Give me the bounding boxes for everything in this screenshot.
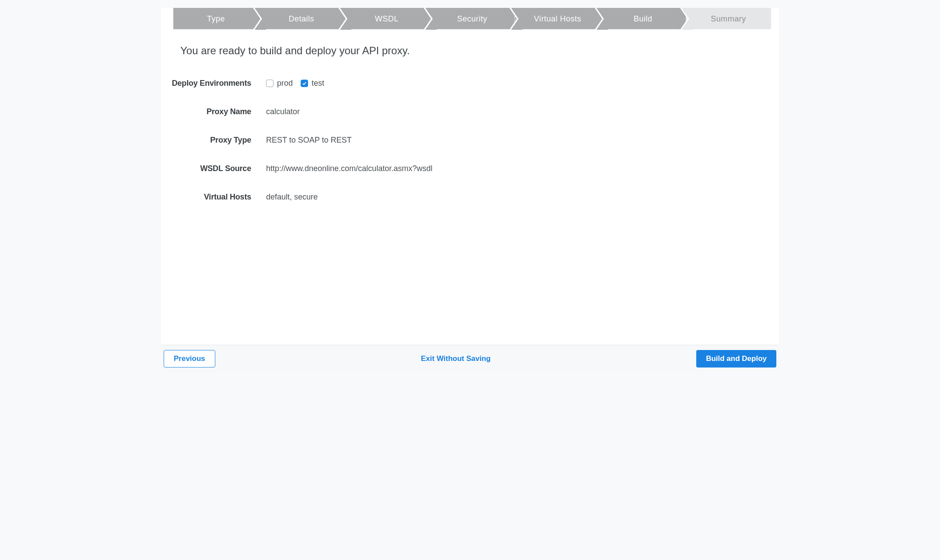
row-virtual-hosts: Virtual Hosts default, secure bbox=[161, 192, 779, 202]
step-label: Details bbox=[288, 14, 314, 24]
checkbox-test[interactable] bbox=[301, 80, 308, 87]
previous-button[interactable]: Previous bbox=[164, 350, 215, 368]
page-heading: You are ready to build and deploy your A… bbox=[161, 30, 779, 57]
proxy-name-value: calculator bbox=[266, 107, 300, 116]
env-test-label: test bbox=[312, 79, 324, 88]
step-security[interactable]: Security bbox=[429, 8, 515, 30]
summary-table: Deploy Environments prod test bbox=[161, 79, 779, 202]
wsdl-source-label: WSDL Source bbox=[161, 164, 266, 173]
step-label: Summary bbox=[711, 14, 746, 24]
step-build[interactable]: Build bbox=[600, 8, 686, 30]
virtual-hosts-label: Virtual Hosts bbox=[161, 192, 266, 202]
env-prod-label: prod bbox=[277, 79, 293, 88]
wsdl-source-value: http://www.dneonline.com/calculator.asmx… bbox=[266, 164, 432, 173]
step-label: Build bbox=[634, 14, 652, 24]
step-wsdl[interactable]: WSDL bbox=[344, 8, 429, 30]
proxy-type-value: REST to SOAP to REST bbox=[266, 136, 351, 145]
step-details[interactable]: Details bbox=[259, 8, 344, 30]
checkbox-prod[interactable] bbox=[266, 80, 274, 87]
row-wsdl-source: WSDL Source http://www.dneonline.com/cal… bbox=[161, 164, 779, 173]
virtual-hosts-value: default, secure bbox=[266, 192, 318, 202]
step-virtual-hosts[interactable]: Virtual Hosts bbox=[515, 8, 600, 30]
step-label: WSDL bbox=[375, 14, 399, 24]
step-label: Security bbox=[457, 14, 487, 24]
step-label: Virtual Hosts bbox=[534, 14, 581, 24]
proxy-name-label: Proxy Name bbox=[161, 107, 266, 116]
wizard-stepper: Type Details WSDL Security Virtual Hosts bbox=[161, 8, 779, 30]
step-summary[interactable]: Summary bbox=[686, 8, 771, 30]
proxy-type-label: Proxy Type bbox=[161, 136, 266, 145]
step-type[interactable]: Type bbox=[173, 8, 259, 30]
row-proxy-type: Proxy Type REST to SOAP to REST bbox=[161, 136, 779, 145]
row-proxy-name: Proxy Name calculator bbox=[161, 107, 779, 116]
row-deploy-environments: Deploy Environments prod test bbox=[161, 79, 779, 88]
deploy-environments-label: Deploy Environments bbox=[161, 79, 266, 88]
wizard-footer: Previous Exit Without Saving Build and D… bbox=[161, 345, 779, 372]
env-test[interactable]: test bbox=[301, 79, 324, 88]
build-and-deploy-button[interactable]: Build and Deploy bbox=[696, 350, 776, 368]
exit-without-saving-button[interactable]: Exit Without Saving bbox=[411, 350, 500, 368]
env-prod[interactable]: prod bbox=[266, 79, 293, 88]
step-label: Type bbox=[207, 14, 225, 24]
